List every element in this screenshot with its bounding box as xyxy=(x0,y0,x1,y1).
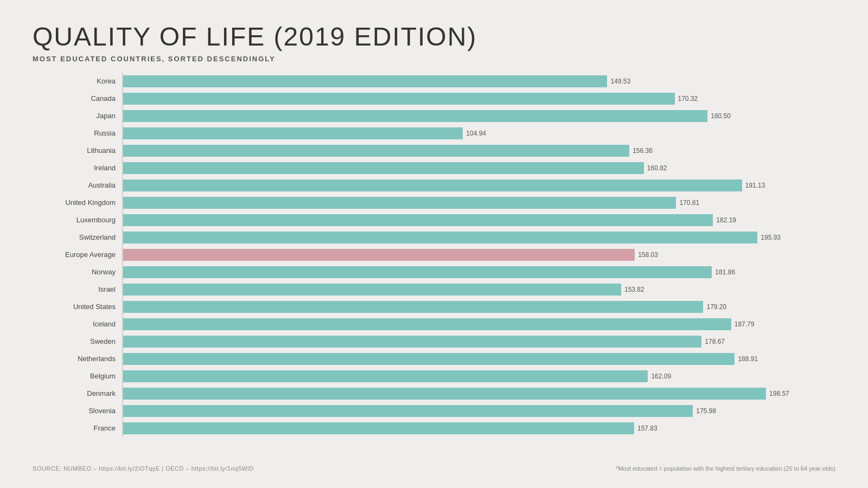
bar-row: United States179.20 xyxy=(38,298,835,315)
bar-container: 180.50 xyxy=(123,110,835,122)
bar-value-label: 195.93 xyxy=(761,234,781,241)
bar-value-label: 181.86 xyxy=(715,268,735,276)
bar-row: Lithuania156.36 xyxy=(38,142,835,159)
bar xyxy=(123,249,635,261)
bar-container: 175.98 xyxy=(123,405,835,417)
bar-container: 158.03 xyxy=(123,249,835,261)
bar-container: 170.81 xyxy=(123,197,835,209)
bar-row: Switzerland195.93 xyxy=(38,229,835,246)
country-label: Norway xyxy=(38,268,122,276)
bar-container: 160.82 xyxy=(123,162,835,174)
bar xyxy=(123,110,707,122)
bar xyxy=(123,232,757,243)
bar-row: Norway181.86 xyxy=(38,264,835,280)
page: QUALITY OF LIFE (2019 EDITION) MOST EDUC… xyxy=(0,0,868,488)
bar-container: 179.20 xyxy=(123,301,835,313)
bar xyxy=(123,162,644,174)
bar-row: Ireland160.82 xyxy=(38,159,835,176)
country-label: Israel xyxy=(38,285,122,293)
bar-row: Israel153.82 xyxy=(38,281,835,298)
bar-value-label: 158.03 xyxy=(638,251,658,259)
bar-container: 162.09 xyxy=(123,370,835,382)
bar xyxy=(123,214,713,226)
bar-value-label: 198.57 xyxy=(769,390,789,397)
bar xyxy=(123,284,621,296)
footer: SOURCE: NUMBEO – https://bit.ly/2iOTqyE … xyxy=(33,462,835,472)
bar-value-label: 191.13 xyxy=(745,182,765,189)
country-label: Europe Average xyxy=(38,251,122,259)
bar-row: United Kingdom170.81 xyxy=(38,194,835,211)
bar-row: Australia191.13 xyxy=(38,177,835,194)
footer-note: *Most educated = population with the hig… xyxy=(616,465,835,472)
country-label: Sweden xyxy=(38,337,122,345)
bar-container: 178.67 xyxy=(123,336,835,348)
bar-value-label: 175.98 xyxy=(696,407,716,415)
bar xyxy=(123,336,701,348)
bar-value-label: 187.79 xyxy=(735,320,755,328)
bar-container: 170.32 xyxy=(123,93,835,105)
bar-row: Canada170.32 xyxy=(38,90,835,107)
page-title: QUALITY OF LIFE (2019 EDITION) xyxy=(33,22,835,52)
bar-row: Slovenia175.98 xyxy=(38,402,835,419)
bar-container: 153.82 xyxy=(123,284,835,296)
country-label: Russia xyxy=(38,129,122,137)
bar xyxy=(123,353,735,365)
bar-row: France157.83 xyxy=(38,420,835,436)
bar-value-label: 162.09 xyxy=(651,373,671,380)
bar-container: 157.83 xyxy=(123,422,835,434)
bar-row: Belgium162.09 xyxy=(38,368,835,384)
bar-row: Korea149.53 xyxy=(38,73,835,89)
bar-value-label: 149.53 xyxy=(610,78,630,85)
country-label: Korea xyxy=(38,77,122,85)
bar-container: 182.19 xyxy=(123,214,835,226)
bar-container: 181.86 xyxy=(123,266,835,278)
bar-value-label: 180.50 xyxy=(711,112,731,120)
bar-row: Russia104.94 xyxy=(38,125,835,142)
bar-row: Luxembourg182.19 xyxy=(38,211,835,228)
country-label: Denmark xyxy=(38,389,122,397)
bar-container: 191.13 xyxy=(123,179,835,191)
bar-container: 198.57 xyxy=(123,388,835,400)
bar-container: 195.93 xyxy=(123,232,835,243)
bar-row: Japan180.50 xyxy=(38,107,835,124)
country-label: Iceland xyxy=(38,320,122,328)
chart-area: Korea149.53Canada170.32Japan180.50Russia… xyxy=(33,73,835,457)
bar-row: Sweden178.67 xyxy=(38,333,835,350)
bar-container: 188.91 xyxy=(123,353,835,365)
footer-source: SOURCE: NUMBEO – https://bit.ly/2iOTqyE … xyxy=(33,465,254,472)
bar xyxy=(123,127,463,139)
bar-value-label: 179.20 xyxy=(706,303,726,311)
bar xyxy=(123,266,712,278)
bar-value-label: 104.94 xyxy=(466,130,486,137)
country-label: Canada xyxy=(38,94,122,102)
bar xyxy=(123,318,731,330)
bar xyxy=(123,197,676,209)
bar xyxy=(123,301,703,313)
country-label: Slovenia xyxy=(38,407,122,415)
bar-row: Europe Average158.03 xyxy=(38,246,835,263)
bar-value-label: 156.36 xyxy=(633,147,653,155)
country-label: Belgium xyxy=(38,372,122,380)
bar-container: 149.53 xyxy=(123,75,835,87)
bar-value-label: 160.82 xyxy=(647,164,667,172)
bar-row: Iceland187.79 xyxy=(38,316,835,332)
bar-row: Denmark198.57 xyxy=(38,385,835,402)
country-label: Australia xyxy=(38,181,122,189)
country-label: United Kingdom xyxy=(38,198,122,207)
bar-value-label: 157.83 xyxy=(637,425,658,432)
country-label: France xyxy=(38,424,122,432)
bar-value-label: 182.19 xyxy=(716,216,736,224)
bar xyxy=(123,422,634,434)
bar xyxy=(123,145,629,157)
bar-value-label: 188.91 xyxy=(738,355,758,363)
bar-value-label: 170.32 xyxy=(678,95,698,102)
country-label: Lithuania xyxy=(38,146,122,155)
country-label: Luxembourg xyxy=(38,216,122,224)
bar-row: Netherlands188.91 xyxy=(38,350,835,367)
bar-value-label: 170.81 xyxy=(679,199,699,207)
bar-container: 156.36 xyxy=(123,145,835,157)
page-subtitle: MOST EDUCATED COUNTRIES, SORTED DESCENDI… xyxy=(33,55,835,63)
bar-value-label: 178.67 xyxy=(705,338,725,345)
bar-container: 187.79 xyxy=(123,318,835,330)
bar xyxy=(123,388,766,400)
